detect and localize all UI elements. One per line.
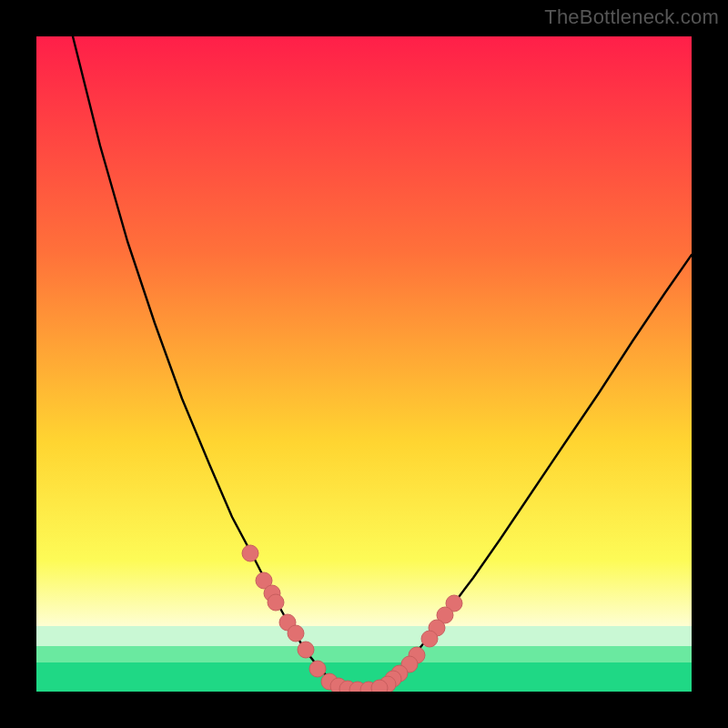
marker-dot — [268, 594, 284, 611]
marker-dot — [242, 545, 258, 561]
marker-dot — [309, 661, 326, 677]
watermark-text: TheBottleneck.com — [544, 5, 719, 29]
data-markers — [242, 545, 462, 692]
plot-area — [36, 36, 692, 692]
marker-dot — [288, 625, 304, 642]
marker-dot — [298, 642, 314, 658]
bottleneck-curve — [73, 36, 692, 690]
marker-dot — [421, 631, 438, 647]
chart-frame: TheBottleneck.com — [0, 0, 728, 728]
curve-layer — [36, 36, 692, 692]
curve-paths — [73, 36, 692, 690]
marker-dot — [371, 680, 388, 692]
